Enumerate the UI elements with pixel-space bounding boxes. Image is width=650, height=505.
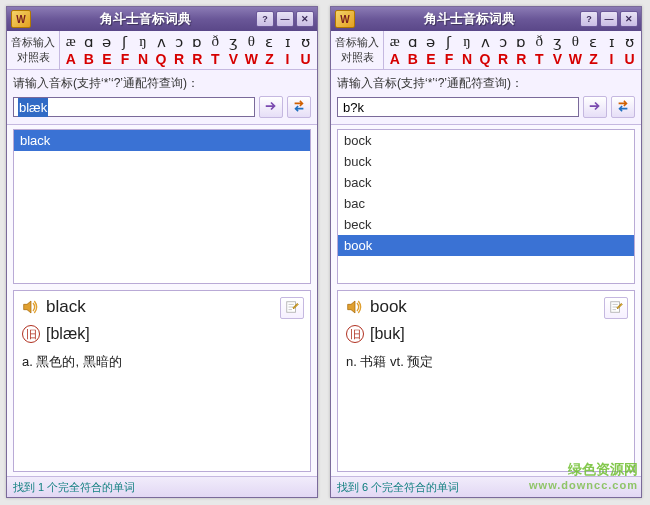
key-letter[interactable]: T [532, 51, 548, 67]
close-button[interactable]: ✕ [620, 11, 638, 27]
close-button[interactable]: ✕ [296, 11, 314, 27]
key-letter[interactable]: A [63, 51, 79, 67]
search-row: blæk [7, 94, 317, 125]
ipa-symbol[interactable]: ʒ [226, 33, 242, 51]
ipa-symbol[interactable]: ɪ [604, 33, 620, 51]
key-letter[interactable]: R [171, 51, 187, 67]
search-row: b?k [331, 94, 641, 125]
help-button[interactable]: ? [580, 11, 598, 27]
results-list[interactable]: bockbuckbackbacbeckbook [337, 129, 635, 284]
definition: a. 黑色的, 黑暗的 [22, 353, 302, 371]
ipa-symbol[interactable]: θ [244, 33, 260, 51]
swap-icon [292, 99, 306, 116]
titlebar: W角斗士音标词典?—✕ [7, 7, 317, 31]
key-letter[interactable]: F [117, 51, 133, 67]
speaker-icon[interactable] [22, 299, 40, 315]
ipa-symbol[interactable]: ʌ [477, 33, 493, 51]
key-letter[interactable]: Q [477, 51, 493, 67]
ipa-symbol[interactable]: ŋ [459, 33, 475, 51]
ipa-symbol[interactable]: ɑ [405, 33, 421, 51]
search-input[interactable]: blæk [13, 97, 255, 117]
go-button[interactable] [259, 96, 283, 118]
key-letter[interactable]: U [298, 51, 314, 67]
key-letter[interactable]: V [226, 51, 242, 67]
key-letter[interactable]: Q [153, 51, 169, 67]
key-letter[interactable]: V [550, 51, 566, 67]
ipa-symbol[interactable]: ə [423, 33, 439, 51]
list-item[interactable]: bock [338, 130, 634, 151]
key-letter[interactable]: N [135, 51, 151, 67]
ipa-symbol[interactable]: ð [208, 33, 224, 51]
go-button[interactable] [583, 96, 607, 118]
key-letter[interactable]: R [495, 51, 511, 67]
ipa-symbol[interactable]: ɒ [513, 33, 529, 51]
ipa-symbol[interactable]: ɛ [262, 33, 278, 51]
ipa-symbol[interactable]: ʊ [298, 33, 314, 51]
svg-marker-0 [24, 301, 31, 313]
search-input[interactable]: b?k [337, 97, 579, 117]
list-item[interactable]: book [338, 235, 634, 256]
ipa-symbol[interactable]: ʊ [622, 33, 638, 51]
swap-button[interactable] [287, 96, 311, 118]
key-letter[interactable]: B [405, 51, 421, 67]
edit-button[interactable] [280, 297, 304, 319]
status-bar: 找到 6 个完全符合的单词 [331, 476, 641, 497]
list-item[interactable]: back [338, 172, 634, 193]
ipa-symbol[interactable]: ʒ [550, 33, 566, 51]
key-letter[interactable]: R [513, 51, 529, 67]
key-letter[interactable]: N [459, 51, 475, 67]
key-letter[interactable]: W [244, 51, 260, 67]
pronunciation: [buk] [370, 325, 405, 343]
ipa-symbol[interactable]: ɒ [189, 33, 205, 51]
minimize-button[interactable]: — [600, 11, 618, 27]
reference-chart: 音标输入对照表æɑəʃŋʌɔɒðʒθɛɪʊABEFNQRRTVWZIU [331, 31, 641, 70]
ref-label: 对照表 [341, 50, 374, 65]
ipa-symbol[interactable]: ɔ [495, 33, 511, 51]
svg-marker-2 [348, 301, 355, 313]
list-item[interactable]: buck [338, 151, 634, 172]
ipa-symbol[interactable]: ɪ [280, 33, 296, 51]
swap-button[interactable] [611, 96, 635, 118]
ipa-symbol[interactable]: ʃ [117, 33, 133, 51]
results-list[interactable]: black [13, 129, 311, 284]
key-letter[interactable]: T [208, 51, 224, 67]
ipa-symbol[interactable]: ð [532, 33, 548, 51]
ipa-symbol[interactable]: ɔ [171, 33, 187, 51]
minimize-button[interactable]: — [276, 11, 294, 27]
ipa-symbol[interactable]: ŋ [135, 33, 151, 51]
edit-button[interactable] [604, 297, 628, 319]
list-item[interactable]: bac [338, 193, 634, 214]
ipa-symbol[interactable]: æ [63, 33, 79, 51]
key-letter[interactable]: W [568, 51, 584, 67]
key-letter[interactable]: R [189, 51, 205, 67]
ipa-symbol[interactable]: ə [99, 33, 115, 51]
key-letter[interactable]: E [99, 51, 115, 67]
ipa-symbol[interactable]: ʌ [153, 33, 169, 51]
ipa-symbol[interactable]: ʃ [441, 33, 457, 51]
app-icon: W [11, 10, 31, 28]
key-letter[interactable]: E [423, 51, 439, 67]
arrow-icon [264, 99, 278, 116]
ipa-symbol[interactable]: ɛ [586, 33, 602, 51]
speaker-icon[interactable] [346, 299, 364, 315]
list-item[interactable]: beck [338, 214, 634, 235]
list-item[interactable]: black [14, 130, 310, 151]
key-letter[interactable]: F [441, 51, 457, 67]
ipa-symbol[interactable]: ɑ [81, 33, 97, 51]
key-letter[interactable]: I [280, 51, 296, 67]
key-letter[interactable]: A [387, 51, 403, 67]
ref-label: 音标输入 [11, 35, 55, 50]
key-letter[interactable]: Z [586, 51, 602, 67]
prompt-label: 请输入音标(支持‘*’‘?’通配符查询)： [7, 70, 317, 94]
ipa-symbol[interactable]: θ [568, 33, 584, 51]
window-title: 角斗士音标词典 [359, 10, 580, 28]
key-letter[interactable]: B [81, 51, 97, 67]
old-badge: 旧 [346, 325, 364, 343]
key-letter[interactable]: I [604, 51, 620, 67]
key-letter[interactable]: U [622, 51, 638, 67]
status-bar: 找到 1 个完全符合的单词 [7, 476, 317, 497]
ipa-symbol[interactable]: æ [387, 33, 403, 51]
edit-icon [285, 300, 299, 317]
key-letter[interactable]: Z [262, 51, 278, 67]
help-button[interactable]: ? [256, 11, 274, 27]
